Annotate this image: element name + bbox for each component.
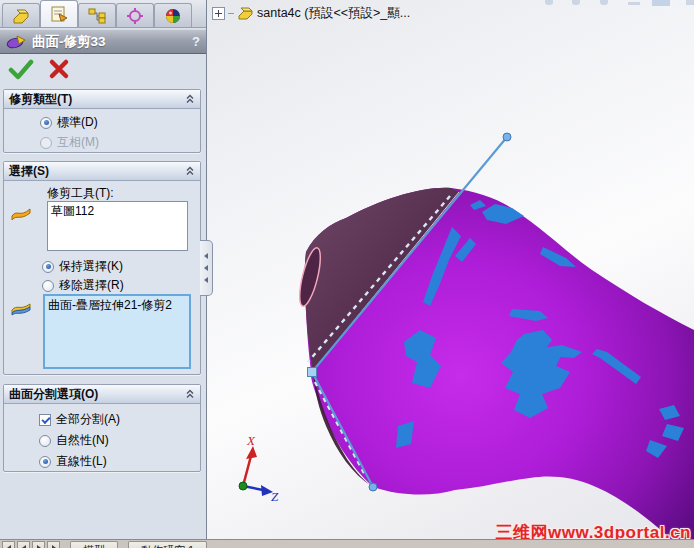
trim-tool-label: 修剪工具(T): (47, 185, 114, 202)
tab-featuremanager[interactable] (2, 3, 40, 27)
manager-tab-strip (0, 0, 206, 28)
tab-scroll-last-button[interactable] (47, 541, 60, 548)
propertymanager-icon (49, 5, 69, 23)
model-canvas[interactable]: X Z (207, 0, 694, 548)
collapse-arrow-icon (204, 265, 208, 271)
feature-tree-root[interactable]: santa4c (預設<<預設>_顯... (212, 5, 410, 22)
tab-propertymanager[interactable] (40, 0, 78, 27)
radio-natural-control[interactable] (39, 435, 51, 447)
radio-standard-label: 標準(D) (57, 114, 98, 131)
collapse-arrow-icon (204, 253, 208, 259)
group-selections-header[interactable]: 選擇(S) (4, 162, 200, 181)
configurationmanager-icon (87, 7, 107, 25)
panel-title-bar: 曲面-修剪33 ? (0, 29, 206, 54)
sketch-icon (11, 206, 31, 221)
group-trim-type: 修剪類型(T) 標準(D) 互相(M) (3, 89, 201, 153)
group-selections: 選擇(S) 修剪工具(T): 草圖112 保持選擇(K) 移除選擇(R) (3, 161, 201, 375)
radio-keep-control[interactable] (42, 261, 54, 273)
radio-standard[interactable]: 標準(D) (40, 114, 98, 131)
ghost-toolbar-icon (600, 0, 608, 5)
tab-model[interactable]: 模型 (70, 541, 118, 548)
checkbox-split-all[interactable]: 全部分割(A) (39, 411, 120, 428)
panel-collapse-handle[interactable] (200, 240, 213, 296)
part-icon (237, 7, 254, 21)
dimxpertmanager-icon (125, 7, 145, 25)
featuremanager-icon (11, 7, 31, 25)
sketch-endpoint-top[interactable] (503, 133, 511, 141)
checkbox-split-all-control[interactable] (39, 414, 51, 426)
radio-standard-control[interactable] (40, 117, 52, 129)
ghost-toolbar-icon (686, 0, 694, 5)
tab-scroll-first-button[interactable] (2, 541, 15, 548)
radio-keep-label: 保持選擇(K) (59, 258, 123, 275)
group-split-options-header[interactable]: 曲面分割選項(O) (4, 385, 200, 404)
radio-natural-label: 自然性(N) (56, 432, 109, 449)
group-split-options: 曲面分割選項(O) 全部分割(A) 自然性(N) 直線性(L) (3, 384, 201, 472)
tab-scroll-prev-button[interactable] (17, 541, 30, 548)
checkbox-split-all-label: 全部分割(A) (56, 411, 120, 428)
cancel-button[interactable] (48, 58, 70, 80)
group-split-options-title: 曲面分割選項(O) (9, 385, 98, 403)
radio-remove-label: 移除選擇(R) (59, 277, 124, 294)
panel-title: 曲面-修剪33 (32, 33, 186, 51)
radio-mutual[interactable]: 互相(M) (40, 134, 99, 151)
property-manager-panel: 曲面-修剪33 ? 修剪類型(T) 標準(D) (0, 0, 207, 540)
group-trim-type-title: 修剪類型(T) (9, 90, 72, 108)
radio-remove-selection[interactable]: 移除選擇(R) (42, 277, 124, 294)
bottom-tab-bar: 模型 動作研究 1 (0, 539, 694, 548)
displaymanager-icon (163, 7, 183, 25)
pieces-to-keep-listbox[interactable]: 曲面-疊層拉伸21-修剪2 (43, 294, 191, 369)
pieces-to-keep-item[interactable]: 曲面-疊層拉伸21-修剪2 (48, 298, 172, 312)
confirm-row (8, 58, 70, 80)
axis-x-label: X (246, 433, 256, 448)
radio-linear-label: 直線性(L) (56, 453, 107, 470)
collapse-arrow-icon (204, 277, 208, 283)
ok-button[interactable] (8, 58, 34, 80)
radio-natural[interactable]: 自然性(N) (39, 432, 109, 449)
tree-expand-icon[interactable] (212, 7, 225, 20)
tab-configurationmanager[interactable] (78, 3, 116, 27)
ghost-toolbar-icon (652, 0, 670, 6)
help-button[interactable]: ? (192, 34, 200, 49)
collapse-chevron-icon[interactable] (185, 94, 195, 104)
trim-tool-listbox[interactable]: 草圖112 (47, 201, 188, 251)
radio-linear-control[interactable] (39, 456, 51, 468)
tab-displaymanager[interactable] (154, 3, 192, 27)
radio-linear[interactable]: 直線性(L) (39, 453, 107, 470)
radio-mutual-label: 互相(M) (57, 134, 99, 151)
tab-scroll-next-button[interactable] (32, 541, 45, 548)
tab-motion-study[interactable]: 動作研究 1 (128, 541, 207, 548)
ghost-toolbar-icon (628, 2, 640, 5)
sketch-vertex-marker[interactable] (308, 368, 317, 377)
surface-trim-icon (6, 34, 26, 50)
tab-dimxpertmanager[interactable] (116, 3, 154, 27)
trim-tool-item[interactable]: 草圖112 (51, 204, 94, 218)
radio-mutual-control[interactable] (40, 137, 52, 149)
sketch-endpoint-bottom[interactable] (369, 483, 377, 491)
collapse-chevron-icon[interactable] (185, 389, 195, 399)
tree-connector (228, 13, 234, 14)
group-trim-type-header[interactable]: 修剪類型(T) (4, 90, 200, 109)
viewport-canvas[interactable]: X Z (207, 0, 694, 548)
group-selections-title: 選擇(S) (9, 162, 49, 180)
collapse-chevron-icon[interactable] (185, 166, 195, 176)
orientation-triad: X Z (239, 433, 279, 504)
solidworks-window: X Z santa4c (預設<<預設>_顯... 三维网www.3dporta… (0, 0, 694, 548)
axis-z-label: Z (271, 489, 279, 504)
radio-keep-selection[interactable]: 保持選擇(K) (42, 258, 123, 275)
ghost-toolbar-icon (545, 0, 553, 5)
tree-root-label[interactable]: santa4c (預設<<預設>_顯... (257, 5, 410, 22)
radio-remove-control[interactable] (42, 280, 54, 292)
surface-piece-icon (11, 301, 31, 316)
ghost-toolbar-icon (572, 0, 580, 5)
